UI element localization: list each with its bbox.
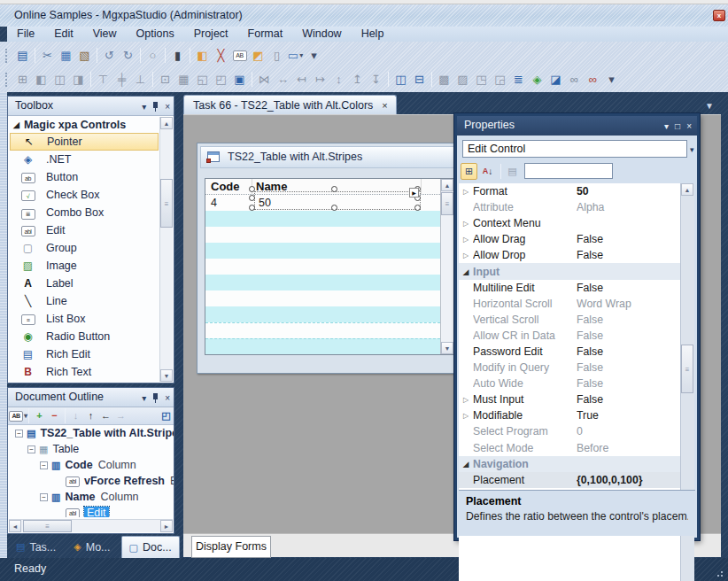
tab-list-chevron-icon[interactable]: ▼	[705, 101, 714, 111]
remove-item-icon[interactable]: −	[47, 408, 62, 423]
equal-horizontal-spacing-icon[interactable]: ⋈	[255, 71, 274, 88]
toolbox-item-button[interactable]: abButton	[8, 168, 159, 186]
property-row-modifiable[interactable]: ▷ModifiableTrue	[459, 407, 685, 423]
size-to-fit-icon[interactable]: ⊡	[156, 71, 174, 88]
undo-icon[interactable]: ↺	[100, 47, 119, 64]
scroll-left-icon[interactable]: ◄	[9, 520, 21, 532]
row-expander-icon[interactable]: ▷	[459, 412, 473, 420]
move-up-icon[interactable]: ↑	[83, 408, 98, 423]
toolbox-item-rich-edit[interactable]: ▤Rich Edit	[8, 345, 159, 363]
z-order-list-icon[interactable]: ≣	[509, 71, 528, 88]
menu-file[interactable]: File	[7, 27, 44, 42]
property-row-select-mode[interactable]: Select ModeBefore	[459, 440, 685, 456]
toolbox-item-label[interactable]: ALabel	[8, 275, 159, 292]
column-separator[interactable]	[421, 179, 422, 194]
move-down-icon[interactable]: ↓	[68, 408, 83, 423]
row-expander-icon[interactable]: ▷	[459, 396, 473, 404]
property-row-vertical-scroll[interactable]: Vertical ScrollFalse	[459, 312, 685, 328]
toolbar-grip[interactable]	[5, 49, 10, 63]
smart-tag-button[interactable]: ▶	[409, 188, 419, 198]
tab-task-66[interactable]: Task 66 - TS22_Table with Alt.Colors ×	[183, 95, 397, 114]
send-backward-icon[interactable]: ◲	[491, 71, 509, 88]
property-row-multiline-edit[interactable]: Multiline EditFalse	[459, 280, 685, 296]
tree-expander-icon[interactable]: −	[15, 430, 23, 438]
tree-expander-icon[interactable]: −	[40, 461, 48, 469]
scroll-up-icon[interactable]: ▲	[160, 117, 173, 129]
toolbar-overflow-icon[interactable]: ▾	[305, 47, 323, 64]
send-to-back-icon[interactable]: ▨	[453, 71, 472, 88]
outline-close-icon[interactable]: ×	[165, 389, 170, 407]
row-expander-icon[interactable]: ▷	[459, 188, 473, 196]
combo-dropdown-icon[interactable]: ▾	[690, 145, 694, 154]
outline-menu-chevron-icon[interactable]: ▾	[142, 389, 146, 407]
selection-handle[interactable]	[249, 195, 255, 201]
selection-handle[interactable]	[414, 205, 421, 211]
tools-icon[interactable]: ╳	[212, 47, 230, 64]
scroll-right-icon[interactable]: ►	[160, 520, 173, 532]
selection-handle[interactable]	[249, 205, 255, 211]
align-horizontal-centers-icon[interactable]: ╪	[112, 71, 131, 88]
row-expander-icon[interactable]: ◢	[459, 267, 473, 276]
outline-node-ts22-table-with-alt-stripes[interactable]: −▤TS22_Table with Alt.StripesG	[8, 425, 174, 441]
toolbox-group-header[interactable]: ◢Magic xpa Controls	[8, 116, 174, 133]
window-style-icon[interactable]: ▭▾	[286, 47, 305, 64]
open-form-icon[interactable]: ◧	[193, 47, 212, 64]
toolbox-pin-icon[interactable]	[151, 101, 159, 112]
copy-icon[interactable]: ▦	[57, 47, 75, 64]
properties-close-icon[interactable]: ×	[686, 117, 692, 136]
property-row-navigation[interactable]: ◢Navigation	[459, 456, 685, 472]
add-item-icon[interactable]: +	[32, 408, 47, 423]
scroll-down-icon[interactable]: ▼	[160, 369, 173, 382]
toolbar-overflow-icon[interactable]: ▾	[602, 71, 621, 88]
align-top-edges-icon[interactable]: ⊤	[94, 71, 112, 88]
toolbox-item-group[interactable]: ▢Group	[8, 239, 159, 257]
row-expander-icon[interactable]: ▷	[459, 252, 473, 260]
menu-view[interactable]: View	[83, 27, 127, 42]
toolbox-scroll-thumb[interactable]: ≡	[160, 179, 173, 228]
alphabetical-sort-button[interactable]: A↓	[479, 163, 496, 180]
property-row-password-edit[interactable]: Password EditFalse	[459, 344, 685, 360]
preview-form-icon[interactable]: ▣	[230, 71, 249, 88]
column-header-code[interactable]: Code	[211, 180, 240, 193]
toolbox-menu-chevron-icon[interactable]: ▾	[142, 97, 146, 116]
document-outline-header[interactable]: Document Outline ▾ ×	[8, 388, 174, 407]
menu-project[interactable]: Project	[184, 27, 238, 42]
outline-horizontal-scrollbar[interactable]: ◄ ≡ ►	[9, 519, 173, 532]
property-row-allow-drag[interactable]: ▷Allow DragFalse	[459, 231, 685, 247]
save-icon[interactable]: ▤	[13, 47, 32, 64]
sync-windows-icon[interactable]: ◰	[159, 408, 174, 423]
outline-view-selector-icon[interactable]: AB▾	[11, 408, 26, 423]
center-horizontally-icon[interactable]: ◫	[391, 71, 410, 88]
unlink-controls-icon[interactable]: ∞	[584, 71, 602, 88]
snap-to-grid-icon[interactable]: ⊞	[13, 71, 32, 88]
property-row-must-input[interactable]: ▷Must InputFalse	[459, 391, 685, 407]
toolbox-item-combo-box[interactable]: ≣Combo Box	[8, 204, 159, 221]
menu-window[interactable]: Window	[292, 27, 351, 42]
menu-format[interactable]: Format	[238, 27, 293, 42]
link-controls-icon[interactable]: ∞	[565, 71, 584, 88]
paste-icon[interactable]: ▧	[75, 47, 94, 64]
toolbox-item-line[interactable]: ╲Line	[8, 292, 159, 310]
zoom-icon[interactable]: ○	[143, 47, 162, 64]
tab-close-icon[interactable]: ×	[382, 100, 387, 111]
property-row-context-menu[interactable]: ▷Context Menu	[459, 215, 685, 231]
toolbar-grip[interactable]	[5, 73, 10, 87]
toolbox-header[interactable]: Toolbox ▾ ×	[8, 97, 174, 116]
toolbox-item-list-box[interactable]: ≡List Box	[8, 310, 159, 328]
selection-handle[interactable]	[331, 205, 337, 211]
toolbox-item-radio-button[interactable]: ◉Radio Button	[8, 328, 159, 345]
categorized-view-button[interactable]: ⊞	[461, 163, 477, 180]
display-forms-tab[interactable]: Display Forms	[191, 536, 271, 558]
increase-vertical-spacing-icon[interactable]: ↥	[348, 71, 367, 88]
tree-expander-icon[interactable]: −	[27, 445, 35, 453]
dock-tab-doc[interactable]: ▢Doc...	[121, 536, 180, 558]
property-row-horizontal-scroll[interactable]: Horizontal ScrollWord Wrap	[459, 296, 685, 312]
toolbox-item-rich-text[interactable]: BRich Text	[8, 363, 159, 381]
property-row-auto-wide[interactable]: Auto WideFalse	[459, 376, 685, 391]
align-left-edges-icon[interactable]: ◧	[32, 71, 50, 88]
object-selector-combo[interactable]: Edit Control	[462, 140, 687, 158]
property-row-format[interactable]: ▷Format50	[459, 183, 685, 199]
outline-node-name[interactable]: −▥NameColumn	[8, 489, 174, 505]
menu-options[interactable]: Options	[127, 27, 184, 42]
toolbox-item--net[interactable]: ◈.NET	[8, 151, 159, 168]
